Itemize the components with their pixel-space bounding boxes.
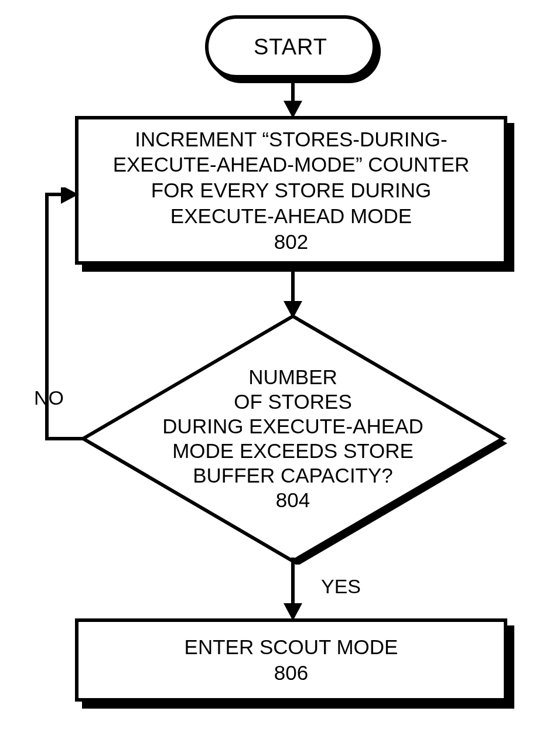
svg-marker-9 [61,187,78,204]
start-terminator: START [205,15,376,78]
step-806-text: ENTER SCOUT MODE 806 [185,634,398,686]
arrow-802-to-804 [281,262,305,319]
start-label: START [254,35,327,60]
decision-804: NUMBER OF STORES DURING EXECUTE-AHEAD MO… [76,313,510,565]
flowchart-canvas: START INCREMENT “STORES-DURING- EXECUTE-… [0,0,560,742]
decision-804-text: NUMBER OF STORES DURING EXECUTE-AHEAD MO… [162,365,423,512]
arrow-804-to-806 [281,558,305,621]
step-806: ENTER SCOUT MODE 806 [75,618,507,702]
step-802: INCREMENT “STORES-DURING- EXECUTE-AHEAD-… [75,116,507,265]
arrow-no-loop [36,187,95,440]
step-802-text: INCREMENT “STORES-DURING- EXECUTE-AHEAD-… [113,126,470,255]
arrow-start-to-802 [281,76,305,118]
label-yes: YES [321,575,361,598]
